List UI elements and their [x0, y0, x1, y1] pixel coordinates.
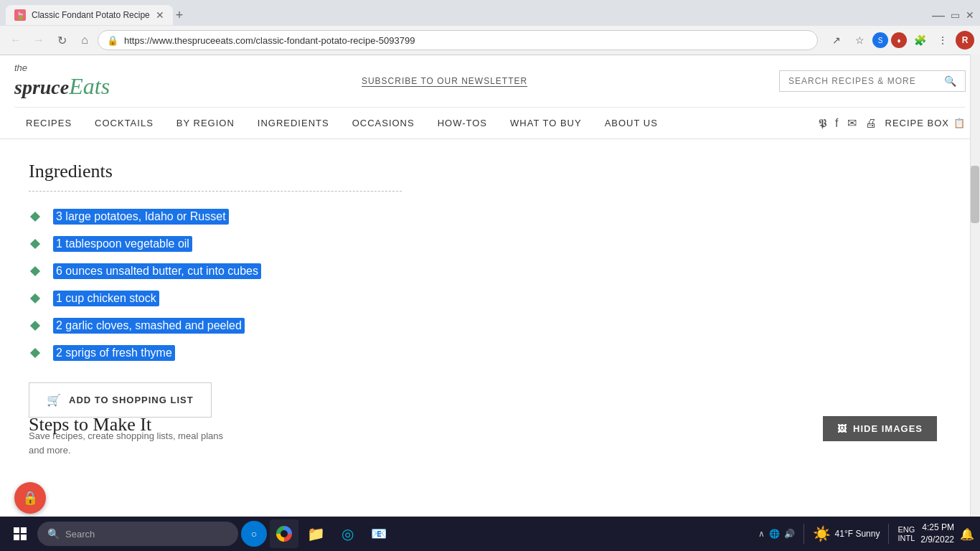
nav-recipes[interactable]: RECIPES [14, 108, 83, 138]
volume-icon[interactable]: 🔊 [784, 529, 795, 539]
tab-favicon: 🍃 [14, 9, 26, 21]
forward-button[interactable]: → [29, 30, 49, 50]
weather-icon: ☀️ [813, 525, 831, 542]
language-indicator[interactable]: ENG INTL [897, 525, 915, 542]
ingredient-item: 2 garlic cloves, smashed and peeled [29, 318, 951, 334]
ingredient-text: 1 cup chicken stock [53, 291, 159, 306]
windows-icon [14, 527, 27, 540]
logo-eats: Eats [69, 73, 110, 100]
ingredient-item: 6 ounces unsalted butter, cut into cubes [29, 263, 951, 279]
add-to-list-label: ADD TO SHOPPING LIST [69, 395, 194, 405]
taskbar-app-chrome[interactable] [270, 519, 298, 548]
taskbar: 🔍 Search ○ 📁 ◎ 📧 ∧ 🌐 🔊 ☀️ 41°F Sunny ENG [0, 517, 980, 551]
logo-the: the [14, 62, 110, 73]
ingredients-section: Ingredients 3 large potatoes, Idaho or R… [29, 161, 951, 457]
nav-ingredients[interactable]: INGREDIENTS [246, 108, 341, 138]
ext-red-icon[interactable]: ♦ [891, 32, 907, 48]
chevron-up-icon[interactable]: ∧ [758, 529, 765, 539]
tray-divider [804, 524, 804, 544]
ingredient-item: 1 tablespoon vegetable oil [29, 236, 951, 252]
taskbar-app-mail[interactable]: 📧 [364, 519, 393, 548]
profile-button[interactable]: R [956, 31, 974, 50]
tab-title: Classic Fondant Potato Recipe [32, 10, 150, 20]
ingredient-item: 2 sprigs of fresh thyme [29, 345, 951, 361]
network-icon[interactable]: 🌐 [769, 529, 780, 539]
tab-close-button[interactable]: ✕ [156, 9, 164, 21]
taskbar-search-box[interactable]: 🔍 Search [37, 522, 238, 546]
nav-how-tos[interactable]: HOW-TOS [426, 108, 499, 138]
address-bar[interactable]: 🔒 [98, 30, 818, 50]
recipe-box-button[interactable]: RECIPE BOX 📋 [885, 118, 966, 128]
tab-bar: 🍃 Classic Fondant Potato Recipe ✕ + — ▭ … [0, 0, 980, 26]
taskbar-app-file-explorer[interactable]: 📁 [301, 519, 330, 548]
cart-icon: 🛒 [47, 393, 62, 407]
ingredient-bullet [30, 321, 40, 331]
refresh-button[interactable]: ↻ [52, 30, 72, 50]
ingredients-divider [29, 191, 402, 192]
main-content: Ingredients 3 large potatoes, Idaho or R… [0, 139, 980, 479]
share-icon[interactable]: ↗ [826, 30, 847, 50]
ingredient-bullet [30, 239, 40, 249]
system-tray-icons: ∧ 🌐 🔊 [758, 529, 795, 539]
ingredient-bullet [30, 212, 40, 222]
browser-controls-bar: ← → ↻ ⌂ 🔒 ↗ ☆ S ♦ 🧩 ⋮ R [0, 26, 980, 55]
taskbar-search-icon: 🔍 [47, 528, 60, 540]
cortana-button[interactable]: ○ [241, 521, 267, 547]
logo-spruce: spruce [14, 76, 69, 99]
recipe-box-icon: 📋 [953, 118, 966, 128]
email-icon[interactable]: ✉ [847, 116, 857, 130]
print-icon[interactable]: 🖨 [865, 117, 877, 130]
minimize-button[interactable]: — [932, 8, 945, 23]
pinterest-icon[interactable]: 𝕻 [819, 117, 826, 130]
notification-icon[interactable]: 🔔 [960, 527, 974, 541]
facebook-icon[interactable]: f [835, 117, 838, 130]
ingredient-list: 3 large potatoes, Idaho or Russet 1 tabl… [29, 209, 951, 361]
site-header-top: the spruce Eats SUBSCRIBE TO OUR NEWSLET… [14, 55, 966, 107]
taskbar-right: ∧ 🌐 🔊 ☀️ 41°F Sunny ENG INTL 4:25 PM 2/9… [758, 522, 974, 546]
ext-spruce-icon[interactable]: S [872, 32, 888, 48]
search-icon[interactable]: 🔍 [944, 75, 956, 87]
hide-images-button[interactable]: 🖼 HIDE IMAGES [823, 416, 937, 441]
ext-puzzle-icon[interactable]: 🧩 [910, 30, 930, 50]
nav-what-to-buy[interactable]: WHAT TO BUY [499, 108, 593, 138]
bookmark-icon[interactable]: ☆ [849, 30, 870, 50]
add-to-shopping-list-button[interactable]: 🛒 ADD TO SHOPPING LIST [29, 382, 212, 418]
taskbar-app-cortana-alt[interactable]: ◎ [333, 519, 362, 548]
ingredient-item: 1 cup chicken stock [29, 291, 951, 306]
newsletter-link[interactable]: SUBSCRIBE TO OUR NEWSLETTER [362, 76, 527, 87]
settings-icon[interactable]: ⋮ [933, 30, 953, 50]
clock[interactable]: 4:25 PM 2/9/2022 [920, 522, 954, 546]
secure-icon: 🔒 [107, 35, 118, 46]
ingredient-text: 6 ounces unsalted butter, cut into cubes [53, 263, 261, 279]
ingredient-bullet [30, 293, 40, 303]
ingredient-text: 2 sprigs of fresh thyme [53, 345, 175, 361]
maximize-button[interactable]: ▭ [951, 9, 960, 21]
recipe-box-label: RECIPE BOX [885, 118, 949, 128]
hide-images-icon: 🖼 [837, 423, 847, 434]
url-input[interactable] [124, 35, 809, 46]
active-tab[interactable]: 🍃 Classic Fondant Potato Recipe ✕ [6, 5, 173, 25]
back-button[interactable]: ← [6, 30, 26, 50]
nav-occasions[interactable]: OCCASIONS [341, 108, 426, 138]
ingredients-title: Ingredients [29, 161, 951, 182]
time-text: 4:25 PM [920, 522, 954, 534]
new-tab-button[interactable]: + [176, 8, 184, 23]
start-button[interactable] [6, 519, 34, 548]
security-lock-button[interactable]: 🔒 [14, 482, 46, 514]
header-search-input[interactable] [788, 76, 944, 86]
hide-images-label: HIDE IMAGES [853, 423, 923, 434]
header-search-box[interactable]: 🔍 [779, 70, 966, 92]
nav-by-region[interactable]: BY REGION [165, 108, 246, 138]
home-button[interactable]: ⌂ [75, 30, 95, 50]
weather-widget[interactable]: ☀️ 41°F Sunny [813, 525, 880, 542]
nav-about-us[interactable]: ABOUT US [593, 108, 669, 138]
site-logo[interactable]: the spruce Eats [14, 62, 110, 100]
nav-cocktails[interactable]: COCKTAILS [83, 108, 165, 138]
scrollbar[interactable] [970, 55, 980, 551]
site-header: the spruce Eats SUBSCRIBE TO OUR NEWSLET… [0, 55, 980, 139]
scrollbar-thumb[interactable] [971, 166, 979, 223]
browser-chrome: 🍃 Classic Fondant Potato Recipe ✕ + — ▭ … [0, 0, 980, 55]
ingredient-bullet [30, 348, 40, 358]
ingredient-item: 3 large potatoes, Idaho or Russet [29, 209, 951, 225]
close-window-button[interactable]: ✕ [966, 9, 974, 21]
